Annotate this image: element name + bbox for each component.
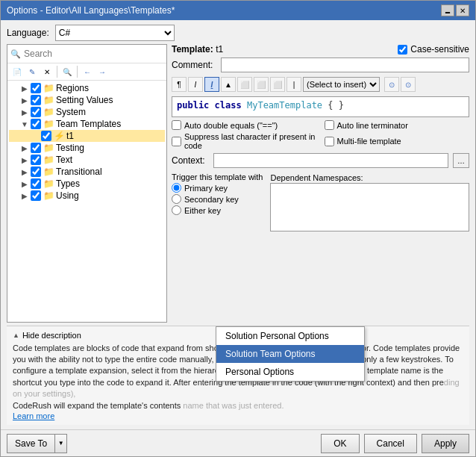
para-button[interactable]: ¶ — [172, 77, 187, 92]
dependent-namespaces-label: Dependent Namespaces: — [270, 173, 363, 182]
opt-label: Multi-file template — [337, 137, 401, 146]
tree-toolbar: 📄 ✎ ✕ 🔍 ← → — [7, 63, 166, 81]
save-dropdown-arrow[interactable]: ▼ — [55, 434, 67, 453]
search-icon: 🔍 — [10, 49, 21, 59]
case-sensitive-checkbox[interactable] — [398, 45, 407, 55]
context-row: Context: … — [172, 153, 469, 168]
back-button[interactable]: ← — [81, 65, 94, 78]
footer-buttons: OK Cancel Apply — [321, 434, 469, 453]
primary-key-label: Primary key — [184, 184, 228, 193]
tree-item-t1[interactable]: ⚡ t1 — [9, 130, 165, 142]
dropdown-item-solution-team[interactable]: Solution Team Options — [216, 345, 364, 363]
expand-icon: ▶ — [19, 192, 30, 200]
tree-item-setting-values[interactable]: ▶ 📁 Setting Values — [9, 94, 165, 106]
dropdown-item-solution-personal[interactable]: Solution Personal Options — [216, 327, 364, 345]
opt-label: Auto line terminator — [337, 121, 408, 130]
context-input[interactable] — [213, 153, 448, 168]
box2-button[interactable]: ⬜ — [254, 77, 269, 92]
triangle-icon: ▲ — [13, 332, 19, 339]
code-editor[interactable]: public class MyTeamTemplate { } — [172, 96, 469, 117]
system-checkbox[interactable] — [30, 107, 42, 117]
language-label: Language: — [7, 28, 49, 38]
search-box: 🔍 — [7, 45, 166, 63]
tree-item-types[interactable]: ▶ 📁 Types — [9, 178, 165, 190]
opt-suppress-last-char: Suppress last character if present in co… — [172, 132, 317, 150]
tree-item-team-templates[interactable]: ▼ 📁 Team Templates — [9, 118, 165, 130]
suppress-last-char-checkbox[interactable] — [172, 137, 181, 146]
triangle-button[interactable]: ▲ — [221, 77, 236, 92]
folder-icon: 📁 — [43, 95, 54, 105]
secondary-key-radio[interactable] — [172, 194, 181, 204]
context-browse-button[interactable]: … — [453, 153, 469, 168]
sep-button[interactable]: | — [286, 77, 301, 92]
primary-key-radio[interactable] — [172, 183, 181, 193]
tree-label: Team Templates — [56, 119, 121, 129]
find-button[interactable]: 🔍 — [60, 65, 74, 78]
title-bar: Options - Editor\All Languages\Templates… — [1, 1, 475, 20]
code-body: { } — [328, 100, 344, 111]
save-to-button[interactable]: Save To — [7, 434, 55, 453]
transitional-checkbox[interactable] — [30, 167, 42, 177]
folder-icon: 📁 — [43, 190, 54, 201]
minimize-button[interactable]: 🗕 — [441, 4, 454, 16]
tree-item-testing[interactable]: ▶ 📁 Testing — [9, 142, 165, 154]
regions-checkbox[interactable] — [30, 83, 42, 93]
cancel-button[interactable]: Cancel — [364, 434, 417, 453]
edit-template-button[interactable]: ✎ — [25, 65, 39, 78]
nav-back-button[interactable]: ⊙ — [384, 77, 399, 92]
expand-icon: ▶ — [19, 108, 30, 116]
options-grid: Auto double equals ("==") Auto line term… — [172, 120, 469, 150]
underline-button[interactable]: I — [204, 77, 219, 92]
kw-class: class — [215, 100, 242, 111]
tree-item-text[interactable]: ▶ 📁 Text — [9, 154, 165, 166]
tree-label: Transitional — [56, 167, 102, 177]
apply-button[interactable]: Apply — [422, 434, 469, 453]
using-checkbox[interactable] — [30, 190, 42, 201]
box3-button[interactable]: ⬜ — [270, 77, 285, 92]
either-key-radio[interactable] — [172, 205, 181, 215]
expand-icon: ▶ — [19, 156, 30, 164]
trigger-section: Trigger this template with Primary key S… — [172, 172, 263, 215]
tree-label: Regions — [56, 83, 89, 93]
language-select[interactable]: C# — [55, 25, 175, 41]
text-checkbox[interactable] — [30, 155, 42, 165]
folder-icon: 📁 — [43, 167, 54, 177]
expand-icon — [30, 132, 40, 140]
t1-checkbox[interactable] — [40, 131, 52, 141]
comment-row: Comment: — [172, 57, 469, 72]
close-button[interactable]: ✕ — [456, 4, 469, 16]
ok-button[interactable]: OK — [321, 434, 359, 453]
box1-button[interactable]: ⬜ — [237, 77, 252, 92]
auto-line-terminator-checkbox[interactable] — [325, 120, 334, 130]
search-input[interactable] — [24, 46, 163, 61]
tree-item-using[interactable]: ▶ 📁 Using — [9, 190, 165, 202]
multi-file-checkbox[interactable] — [325, 137, 334, 146]
template-tree: ▶ 📁 Regions ▶ 📁 Setting Values ▶ — [7, 81, 166, 322]
comment-input[interactable] — [221, 57, 469, 72]
opt-label: Suppress last character if present in co… — [184, 132, 317, 150]
secondary-key-label: Secondary key — [184, 195, 239, 204]
team-templates-checkbox[interactable] — [30, 119, 42, 129]
learn-more-link[interactable]: Learn more — [13, 411, 54, 420]
dependent-namespaces-box[interactable] — [270, 183, 469, 231]
toggle-label: Hide description — [22, 331, 81, 340]
new-template-button[interactable]: 📄 — [10, 65, 24, 78]
tree-item-regions[interactable]: ▶ 📁 Regions — [9, 82, 165, 94]
delete-template-button[interactable]: ✕ — [40, 65, 54, 78]
nav-forward-button[interactable]: ⊙ — [401, 77, 416, 92]
italic-button[interactable]: I — [188, 77, 203, 92]
left-panel: 🔍 📄 ✎ ✕ 🔍 ← → ▶ — [7, 44, 167, 323]
template-icon: ⚡ — [54, 131, 65, 141]
tree-item-system[interactable]: ▶ 📁 System — [9, 106, 165, 118]
insert-select[interactable]: (Select to insert) — [303, 77, 380, 92]
kw-public: public — [177, 100, 209, 111]
setting-values-checkbox[interactable] — [30, 95, 42, 105]
testing-checkbox[interactable] — [30, 143, 42, 153]
tree-item-transitional[interactable]: ▶ 📁 Transitional — [9, 166, 165, 178]
types-checkbox[interactable] — [30, 178, 42, 189]
auto-double-equals-checkbox[interactable] — [172, 120, 181, 130]
case-sensitive-row: Case-sensitive — [398, 44, 469, 55]
forward-button[interactable]: → — [95, 65, 109, 78]
dropdown-item-personal[interactable]: Personal Options — [216, 363, 364, 381]
main-area: 🔍 📄 ✎ ✕ 🔍 ← → ▶ — [7, 44, 469, 323]
